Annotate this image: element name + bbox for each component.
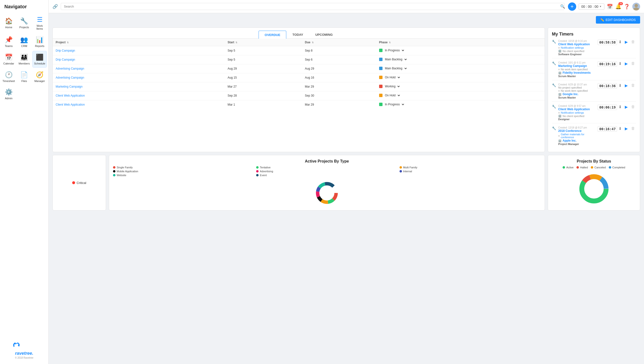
project-link[interactable]: Client Web Application [56, 103, 85, 106]
project-link[interactable]: Drip Campaign [56, 58, 75, 61]
status-label: Canceled [594, 166, 606, 169]
phase-select[interactable]: In Progress [384, 102, 405, 106]
play-icon[interactable]: ▶ [625, 61, 630, 66]
files-label: Files [22, 80, 27, 82]
play-icon[interactable]: ▶ [625, 83, 630, 88]
timer-workitem[interactable]: Gather materials for conference [561, 133, 595, 139]
edit-dashboards-button[interactable]: ✏️ EDIT DASHBOARDS [596, 16, 640, 24]
sidebar-item-work-items[interactable]: ☰ Work Items [32, 13, 47, 33]
phase-badge: In Progress [379, 102, 405, 106]
project-link[interactable]: Drip Campaign [56, 49, 75, 52]
status-legend-item-canceled: Canceled [591, 166, 606, 169]
status-donut-chart [577, 172, 611, 206]
link-icon[interactable]: 🔗 [52, 4, 58, 9]
cell-project: Client Web Application [53, 91, 224, 100]
tab-upcoming[interactable]: UPCOMING [309, 31, 339, 39]
add-button[interactable]: + [568, 3, 576, 11]
timer-workitem[interactable]: Notification settings [561, 46, 584, 49]
timer-role: Software Engineer [558, 53, 595, 56]
sidebar-item-manager[interactable]: 🧭 Manager [32, 69, 47, 85]
manager-icon: 🧭 [36, 71, 44, 79]
timer-client[interactable]: Fidelity Investments [562, 71, 590, 74]
phase-dot [379, 76, 382, 79]
phase-select[interactable]: On Hold [384, 93, 401, 97]
sidebar-item-reports[interactable]: 📊 Reports [32, 34, 47, 50]
timer-workitem-row: ≡ Gather materials for conference [558, 133, 595, 139]
tab-overdue[interactable]: OVERDUE [258, 31, 286, 39]
wrench-icon: 🔧 [552, 61, 557, 65]
cell-project: Drip Campaign [53, 46, 224, 55]
legend-label: Advertising [260, 170, 273, 173]
table-row: Advertising Campaign Aug 15 Aug 16 On Ho… [53, 73, 544, 82]
timer-info: Created: 12/18 @ 8:27 pm 2018 Conference… [558, 126, 595, 145]
sidebar-item-home[interactable]: 🏠 Home [2, 13, 16, 33]
sidebar-item-teams[interactable]: 📌 Teams [2, 34, 16, 50]
tab-today[interactable]: TODAY [286, 31, 309, 39]
sidebar-item-admin[interactable]: ⚙️ Admin [2, 86, 16, 102]
timer-project[interactable]: Client Web Application [558, 43, 595, 46]
play-icon[interactable]: ▶ [625, 105, 630, 109]
schedule-label: Schedule [34, 62, 45, 65]
sidebar-item-schedule[interactable]: ⬛ Schedule [32, 51, 47, 68]
timer-item: 🔧 Created: 6/29 @ 10:37 am No project sp… [552, 83, 636, 102]
phase-select[interactable]: Main Backlog [384, 66, 408, 70]
help-icon[interactable]: ❓ [624, 4, 630, 10]
play-icon[interactable]: ▶ [625, 40, 630, 44]
timer-project: No project specified [558, 86, 595, 89]
table-row: Client Web Application Mar 1 Mar 29 In P… [53, 100, 544, 109]
header-row: Project ⇅ Start ⇅ Due ⇅ Phase ⇅ [53, 39, 544, 46]
download-icon[interactable]: ⬇ [618, 61, 623, 66]
delete-icon[interactable]: 🗑 [631, 83, 636, 88]
download-icon[interactable]: ⬇ [618, 40, 623, 44]
phase-select[interactable]: Main Backlog [384, 57, 408, 61]
edit-dashboards-label: EDIT DASHBOARDS [606, 18, 636, 22]
delete-icon[interactable]: 🗑 [631, 105, 636, 109]
sidebar-item-projects[interactable]: 🔧 Projects [17, 13, 32, 33]
timer-client[interactable]: Apple Inc. [562, 139, 576, 142]
user-avatar[interactable] [632, 3, 640, 11]
sidebar-item-calendar[interactable]: 📅 Calendar [2, 51, 16, 68]
calendar-icon[interactable]: 📅 [607, 4, 613, 10]
timesheet-label: Timesheet [2, 80, 15, 82]
phase-select[interactable]: In Progress [384, 48, 405, 52]
project-link[interactable]: Marketing Campaign [56, 85, 83, 88]
table-row: Client Web Application Sep 28 Sep 30 On … [53, 91, 544, 100]
timer-client[interactable]: Google Inc. [562, 92, 578, 96]
table-row: Drip Campaign Sep 5 Sep 6 Main Backlog [53, 55, 544, 64]
timer-project[interactable]: Client Web Application [558, 108, 595, 111]
list-icon: ≡ [558, 68, 560, 71]
sidebar-item-crm[interactable]: 👥 CRM [17, 34, 32, 50]
sidebar-item-members[interactable]: 👨‍👩‍👧 Members [17, 51, 32, 68]
svg-point-0 [634, 4, 638, 7]
play-icon[interactable]: ▶ [625, 126, 630, 131]
project-link[interactable]: Advertising Campaign [56, 76, 84, 79]
delete-icon[interactable]: 🗑 [631, 61, 636, 66]
building-icon: 🏢 [558, 139, 562, 142]
admin-label: Admin [5, 97, 12, 100]
delete-icon[interactable]: 🗑 [631, 40, 636, 44]
notification-icon[interactable]: 🔔 70 [615, 4, 622, 10]
phase-select[interactable]: Working [384, 84, 400, 88]
download-icon[interactable]: ⬇ [618, 105, 623, 109]
timer-project[interactable]: Marketing Campaign [558, 64, 595, 68]
timer-display[interactable]: 00 : 00 : 00 ▼ [579, 4, 604, 10]
delete-icon[interactable]: 🗑 [631, 126, 636, 131]
download-icon[interactable]: ⬇ [618, 83, 623, 88]
phase-select[interactable]: On Hold [384, 75, 401, 79]
sidebar-item-files[interactable]: 📄 Files [17, 69, 32, 85]
projects-by-status-card: Projects By Status Active Halted Cancele… [548, 155, 640, 211]
project-link[interactable]: Client Web Application [56, 94, 85, 97]
download-icon[interactable]: ⬇ [618, 126, 623, 131]
legend-dot [256, 170, 258, 172]
wrench-icon: 🔧 [552, 40, 557, 44]
search-icon[interactable]: 🔍 [560, 4, 565, 9]
legend-item-website: Website [113, 174, 254, 177]
sidebar-item-timesheet[interactable]: 🕐 Timesheet [2, 69, 16, 85]
timer-project[interactable]: 2018 Conference [558, 129, 595, 133]
project-link[interactable]: Advertising Campaign [56, 67, 84, 70]
timer-workitem[interactable]: Notification settings [561, 111, 584, 114]
work-items-header: Project ⇅ Start ⇅ Due ⇅ Phase ⇅ [53, 39, 544, 46]
sort-start-icon: ⇅ [236, 41, 238, 44]
search-input[interactable] [61, 3, 564, 10]
edit-icon: ✏️ [600, 18, 604, 22]
